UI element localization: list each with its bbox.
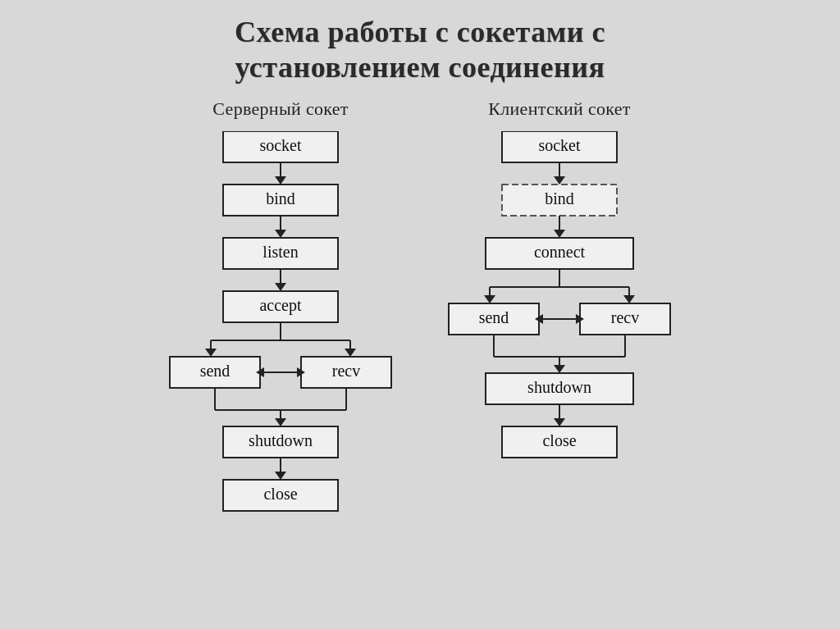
svg-text:send: send [200,362,231,380]
server-diagram: socket bind listen accept [166,131,395,558]
svg-marker-43 [554,176,565,185]
svg-marker-11 [275,283,286,291]
client-column-title: Клиентский сокет [488,98,630,120]
svg-text:close: close [542,431,576,449]
svg-marker-47 [554,230,565,238]
svg-text:send: send [479,308,509,326]
client-diagram: socket bind connect send [445,131,674,558]
svg-text:bind: bind [545,189,574,207]
svg-text:shutdown: shutdown [249,431,313,449]
svg-marker-31 [275,418,286,426]
svg-marker-3 [275,176,286,185]
client-column: Клиентский сокет socket bind connect [445,98,674,558]
page-title: Схема работы с сокетами с установлением … [235,15,605,85]
svg-marker-53 [484,295,495,303]
svg-marker-7 [275,230,286,238]
svg-text:shutdown: shutdown [527,378,591,396]
svg-text:close: close [263,485,297,503]
svg-marker-67 [554,365,565,373]
svg-text:recv: recv [611,308,639,326]
svg-text:bind: bind [266,189,295,207]
server-column: Серверный сокет socket bind listen accep… [166,98,395,558]
svg-text:socket: socket [259,136,302,154]
svg-text:accept: accept [259,296,302,315]
svg-marker-73 [554,418,565,426]
svg-marker-37 [275,472,286,480]
svg-text:connect: connect [534,243,586,261]
svg-text:socket: socket [538,136,581,154]
server-column-title: Серверный сокет [212,98,348,120]
svg-marker-17 [205,349,217,357]
svg-text:listen: listen [262,243,298,261]
svg-text:recv: recv [332,362,360,380]
svg-marker-20 [345,349,356,357]
svg-marker-56 [623,295,635,303]
